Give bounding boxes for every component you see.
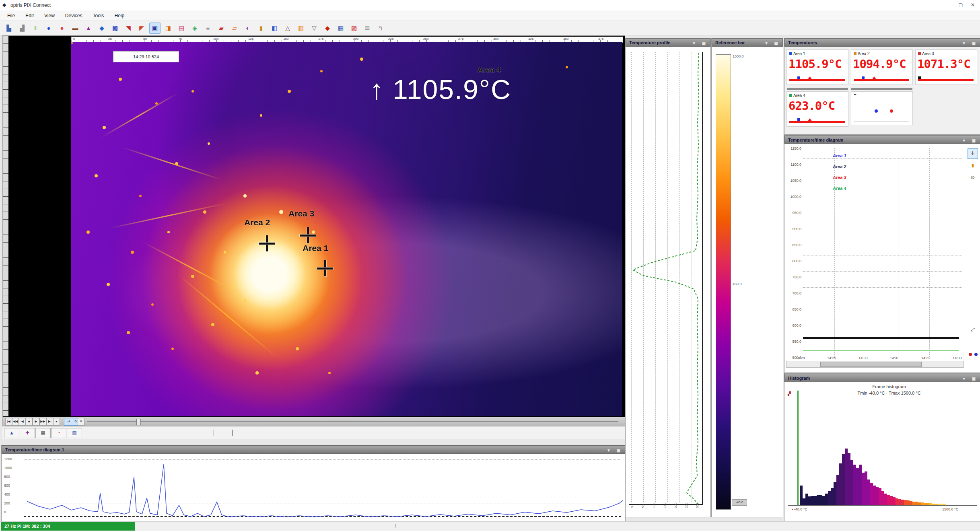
playback-button-7[interactable]: ● [53,418,60,426]
display-button-1[interactable]: ✚ [20,428,35,438]
histogram-min-spike [797,391,799,505]
marker-crosshair-area-3[interactable] [300,227,316,243]
marker-tool-button[interactable]: ▮ [968,161,978,171]
toolbar-icon-20[interactable]: ◧ [269,23,280,34]
panel-header[interactable]: Temperature profile ▼ ▣ [626,38,710,47]
scale-min-tag[interactable]: -40.0 [732,499,747,506]
toolbar-icon-23[interactable]: ▽ [309,23,320,34]
playback-button-3[interactable]: ■ [26,418,33,426]
histogram-bar [907,500,910,505]
toolbar-icon-24[interactable]: ◆ [322,23,333,34]
status-bar: 27 Hz PI 1M: 382 : 304 0IR: 382 x 28827 … [0,521,980,531]
record-dot[interactable] [969,353,972,356]
display-button-4[interactable]: ▥ [67,428,82,438]
toolbar-icon-19[interactable]: ▮ [255,23,267,34]
profile-x-label: 300 [696,496,699,508]
expand-button[interactable]: ⤢ [968,325,978,335]
y-tick-label: 900.0 [786,227,801,231]
histogram-bar [876,487,879,505]
toolbar-icon-8[interactable]: ▩ [109,23,121,34]
playback-button-4[interactable]: ▶ [33,418,39,426]
toolbar-icon-15[interactable]: ≡ [202,23,214,34]
panel-header[interactable]: Temperatures ▼ ▣ [784,38,980,47]
display-button-0[interactable]: ▲ [4,428,19,438]
toolbar-icon-7[interactable]: ◆ [96,23,107,34]
legend-area-3[interactable]: Area 3 [833,175,846,180]
panel-header-icons[interactable]: ▼ ▣ [962,137,978,145]
minimize-button[interactable]: — [943,1,954,9]
panel-header[interactable]: Histogram ▼ ▣ [784,374,980,382]
panel-header-icons[interactable]: ▼ ▣ [962,375,978,383]
marker-crosshair-area-1[interactable] [317,260,333,276]
toolbar-icon-27[interactable]: ☰ [362,23,373,34]
panel-title: Temperature/time diagram [788,138,843,142]
toolbar-icon-13[interactable]: ▤ [176,23,187,34]
marker-dot[interactable] [974,353,978,356]
box-divider [787,88,848,90]
playback-button-0[interactable]: |◀ [5,418,12,426]
toolbar-icon-26[interactable]: ▨ [348,23,360,34]
legend-area-2[interactable]: Area 2 [833,164,846,169]
panel-header-icons[interactable]: ▼ ▣ [692,39,708,47]
toolbar-icon-6[interactable]: ▲ [83,23,94,34]
toolbar-icon-1[interactable]: ▟ [16,23,28,34]
toolbar-icon-28[interactable]: ↰ [375,23,386,34]
toolbar-icon-10[interactable]: ◤ [136,23,147,34]
diagram-scrollbar[interactable] [786,361,964,368]
ir-image-window: 0255075100125150175200225250275300325350… [2,35,625,418]
y-tick-label: 1150.0 [786,146,801,150]
toolbar-icon-22[interactable]: ▥ [295,23,307,34]
color-scale-bar[interactable] [716,54,731,510]
close-button[interactable]: ✕ [967,1,978,9]
playback-button-1[interactable]: ◀◀ [12,418,19,426]
crosshair-tool-button[interactable]: ✛ [968,148,978,159]
toolbar-icon-17[interactable]: ▱ [229,23,240,34]
menu-help[interactable]: Help [115,13,125,19]
panel-header[interactable]: Temperature/time diagram ▼ ▣ [784,136,980,144]
playback-button-5[interactable]: ▶▶ [39,418,46,426]
panel-header-icons[interactable]: ▼ ▣ [962,39,978,47]
zoom-tool-button[interactable]: ⊙ [968,173,978,183]
toolbar-icon-2[interactable]: ‖ [30,23,41,34]
temp-display-value: 1105.9°C [789,57,842,71]
menu-file[interactable]: File [7,13,15,19]
scrollbar-thumb[interactable] [820,362,922,367]
toolbar-icon-18[interactable]: ◐ [242,23,253,34]
display-button-2[interactable]: ▦ [35,428,51,438]
histogram-bar [819,495,822,505]
ruler-number: 300 [493,37,498,41]
toolbar-icon-14[interactable]: ◈ [189,23,200,34]
toolbar-icon-16[interactable]: ▰ [216,23,227,34]
marker-label-area-1: Area 1 [303,243,328,253]
menu-devices[interactable]: Devices [65,13,82,19]
playback-button-6[interactable]: ▶| [46,418,53,426]
toolbar-icon-3[interactable]: ● [43,23,54,34]
hist-x-min: ▪ -40.0 °C [792,507,807,511]
playback-button-2[interactable]: ◀ [19,418,26,426]
toolbar-icon-21[interactable]: △ [282,23,293,34]
panel-header[interactable]: Temperature/time diagram 1 ▼ ▣ [2,445,625,454]
panel-header-icons[interactable]: ▼ ▣ [607,447,623,455]
ir-image[interactable]: 14:29:10.524 ↑ 1105.9°C Area 2Area 3Area… [71,42,622,416]
display-options-bar: ▲✚▦◔▥ [2,427,625,439]
toolbar-icon-4[interactable]: ● [56,23,68,34]
timeline-thumb[interactable] [136,419,141,425]
legend-area-1[interactable]: Area 1 [833,153,846,158]
menu-view[interactable]: View [44,13,55,19]
menu-tools[interactable]: Tools [93,13,104,19]
panel-header-icons[interactable]: ▼ ▣ [764,39,780,47]
toolbar-icon-5[interactable]: ▬ [70,23,81,34]
menu-edit[interactable]: Edit [25,13,34,19]
toolbar-icon-0[interactable]: ▙ [3,23,14,34]
playback-button-10[interactable]: ≡ [78,418,84,426]
display-button-3[interactable]: ◔ [51,428,66,438]
toolbar-icon-9[interactable]: ◥ [123,23,134,34]
panel-header[interactable]: Reference bar ▼ ▣ [712,38,783,47]
maximize-button[interactable]: ▢ [955,1,966,9]
marker-crosshair-area-2[interactable] [259,235,275,251]
timeline-slider[interactable] [87,421,618,422]
toolbar-icon-12[interactable]: ◨ [163,23,174,34]
toolbar-icon-11[interactable]: ▣ [149,23,161,34]
legend-area-4[interactable]: Area 4 [833,186,846,191]
toolbar-icon-25[interactable]: ▦ [335,23,346,34]
